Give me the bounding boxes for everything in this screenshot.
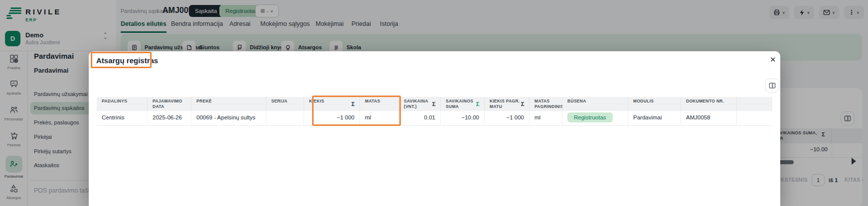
cell-preke: 00069 - Apelsinų sultys xyxy=(191,111,266,126)
cell-modulis: Pardavimai xyxy=(628,111,681,126)
cell-serija xyxy=(266,111,304,126)
cell-savikaina-vnt: 0.01 xyxy=(399,111,441,126)
col-matas[interactable]: MATAS xyxy=(360,97,399,111)
cell-kiekis-pagr-matu: −1 000 xyxy=(485,111,529,126)
cell-empty xyxy=(737,111,772,126)
col-modulis[interactable]: MODULIS xyxy=(628,97,681,111)
columns-icon xyxy=(769,82,776,89)
sigma-icon[interactable]: Σ xyxy=(521,101,524,107)
inventory-register-table: PADALINYS PAJAMAVIMO DATA PREKĖ SERIJA K… xyxy=(97,97,772,126)
col-preke[interactable]: PREKĖ xyxy=(191,97,266,111)
col-serija[interactable]: SERIJA xyxy=(266,97,304,111)
col-busena[interactable]: BŪSENA xyxy=(562,97,628,111)
table-row[interactable]: Centrinis 2025-06-26 00069 - Apelsinų su… xyxy=(97,111,772,126)
cell-busena: Registruotas xyxy=(562,111,628,126)
cell-dokumento-nr: AMJ0058 xyxy=(681,111,737,126)
col-dokumento-nr[interactable]: DOKUMENTO NR. xyxy=(681,97,737,111)
cell-padalinys: Centrinis xyxy=(97,111,148,126)
atsargu-registras-modal: Atsargų registras ✕ PADALINYS PAJAMAVIMO… xyxy=(89,51,780,206)
modal-title: Atsargų registras xyxy=(96,56,158,65)
close-button[interactable]: ✕ xyxy=(770,55,776,64)
col-padalinys[interactable]: PADALINYS xyxy=(97,97,148,111)
cell-matas: ml xyxy=(360,111,399,126)
col-pajamavimo-data[interactable]: PAJAMAVIMO DATA xyxy=(148,97,191,111)
sigma-icon-active[interactable]: Σ xyxy=(476,101,480,107)
table-header-row: PADALINYS PAJAMAVIMO DATA PREKĖ SERIJA K… xyxy=(97,97,772,111)
cell-kiekis: −1 000 xyxy=(304,111,360,126)
sigma-icon[interactable]: Σ xyxy=(351,101,355,107)
cell-pajamavimo-data: 2025-06-26 xyxy=(148,111,191,126)
cell-matas-pagrindinis: ml xyxy=(529,111,562,126)
col-kiekis[interactable]: KIEKISΣ xyxy=(304,97,360,111)
sigma-icon[interactable]: Σ xyxy=(432,101,436,107)
col-savikaina-vnt[interactable]: SAVIKAINA (VNT.)Σ xyxy=(399,97,441,111)
col-empty xyxy=(737,97,772,111)
col-kiekis-pagr-matu[interactable]: KIEKIS PAGR. MATUΣ xyxy=(485,97,529,111)
status-badge: Registruotas xyxy=(567,112,613,122)
col-matas-pagrindinis[interactable]: MATAS PAGRINDINIS xyxy=(529,97,562,111)
cell-savikainos-suma: −10.00 xyxy=(441,111,485,126)
col-savikainos-suma[interactable]: SAVIKAINOS SUMAΣ xyxy=(441,97,485,111)
columns-settings-button[interactable] xyxy=(765,79,779,93)
